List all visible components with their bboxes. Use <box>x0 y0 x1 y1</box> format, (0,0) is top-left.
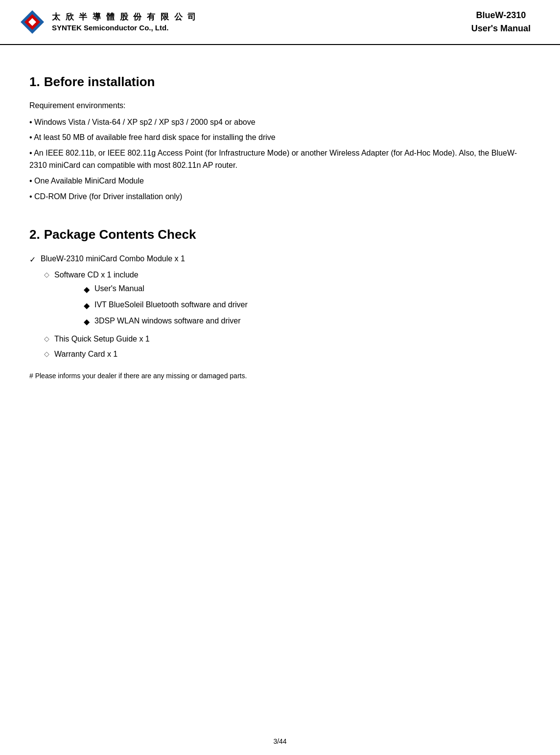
section-1-title: Before installation <box>44 74 155 89</box>
company-logo <box>20 9 45 35</box>
logo-area: 太 欣 半 導 體 股 份 有 限 公 司 SYNTEK Semiconduct… <box>20 9 197 35</box>
diamond-item-1: ◇ This Quick Setup Guide x 1 <box>44 332 531 345</box>
section-1-heading: 1.Before installation <box>29 74 531 90</box>
company-text: 太 欣 半 導 體 股 份 有 限 公 司 SYNTEK Semiconduct… <box>52 11 197 33</box>
requirement-intro: Requirement environments: <box>29 99 531 112</box>
bullet-4: • One Available MiniCard Module <box>29 175 531 187</box>
diamond-item-2: ◇ Warranty Card x 1 <box>44 347 531 361</box>
product-title: BlueW-2310 <box>471 9 531 22</box>
header: 太 欣 半 導 體 股 份 有 限 公 司 SYNTEK Semiconduct… <box>0 0 560 45</box>
bullet-symbol-1: ◆ <box>84 299 90 312</box>
section-2-title: Package Contents Check <box>44 227 196 242</box>
manual-title: User's Manual <box>471 22 531 35</box>
section-1-number: 1. <box>29 74 40 89</box>
diamond-item-0-label: Software CD x 1 include <box>54 271 139 279</box>
check-item-label: BlueW-2310 miniCard Combo Module x 1 <box>41 252 185 265</box>
notice-text: # Please informs your dealer if there ar… <box>29 370 531 381</box>
check-item: ✓ BlueW-2310 miniCard Combo Module x 1 <box>29 252 531 266</box>
checkmark-symbol: ✓ <box>29 253 36 266</box>
diamond-symbol-2: ◇ <box>44 348 49 360</box>
diamond-item-2-label: Warranty Card x 1 <box>54 347 117 361</box>
check-list: ✓ BlueW-2310 miniCard Combo Module x 1 <box>29 252 531 266</box>
bullet-list-item-0: ◆ User's Manual <box>84 282 248 296</box>
main-content: 1.Before installation Requirement enviro… <box>0 45 560 435</box>
company-name-en: SYNTEK Semiconductor Co., Ltd. <box>52 23 197 33</box>
bullet-list-item-1: ◆ IVT BlueSoleil Bluetooth software and … <box>84 298 248 312</box>
section-1: 1.Before installation Requirement enviro… <box>29 74 531 203</box>
page-number: 3/44 <box>273 737 286 745</box>
diamond-list: ◇ Software CD x 1 include ◆ User's Manua… <box>44 268 531 361</box>
section-2-heading: 2.Package Contents Check <box>29 227 531 242</box>
bullet-2: • At least 50 MB of available free hard … <box>29 131 531 144</box>
header-right: BlueW-2310 User's Manual <box>471 9 531 35</box>
bullet-5: • CD-ROM Drive (for Driver installation … <box>29 190 531 203</box>
bullet-3: • An IEEE 802.11b, or IEEE 802.11g Acces… <box>29 147 531 172</box>
bullet-list-text-1: IVT BlueSoleil Bluetooth software and dr… <box>94 298 248 311</box>
section-2: 2.Package Contents Check ✓ BlueW-2310 mi… <box>29 227 531 382</box>
diamond-item-0-content: Software CD x 1 include ◆ User's Manual … <box>54 268 248 330</box>
bullet-list-text-0: User's Manual <box>94 282 144 295</box>
bullet-symbol-2: ◆ <box>84 315 90 328</box>
company-name-cn: 太 欣 半 導 體 股 份 有 限 公 司 <box>52 11 197 23</box>
bullet-1: • Windows Vista / Vista-64 / XP sp2 / XP… <box>29 116 531 129</box>
diamond-symbol-1: ◇ <box>44 333 49 345</box>
diamond-symbol-0: ◇ <box>44 269 49 281</box>
footer: 3/44 <box>0 737 560 745</box>
section-2-number: 2. <box>29 227 40 242</box>
bullet-symbol-0: ◆ <box>84 283 90 296</box>
bullet-list-item-2: ◆ 3DSP WLAN windows software and driver <box>84 314 248 328</box>
bullet-list-0: ◆ User's Manual ◆ IVT BlueSoleil Bluetoo… <box>84 282 248 329</box>
bullet-list-text-2: 3DSP WLAN windows software and driver <box>94 314 241 327</box>
page-container: 太 欣 半 導 體 股 份 有 限 公 司 SYNTEK Semiconduct… <box>0 0 560 755</box>
diamond-item-0: ◇ Software CD x 1 include ◆ User's Manua… <box>44 268 531 330</box>
diamond-item-1-label: This Quick Setup Guide x 1 <box>54 332 150 345</box>
